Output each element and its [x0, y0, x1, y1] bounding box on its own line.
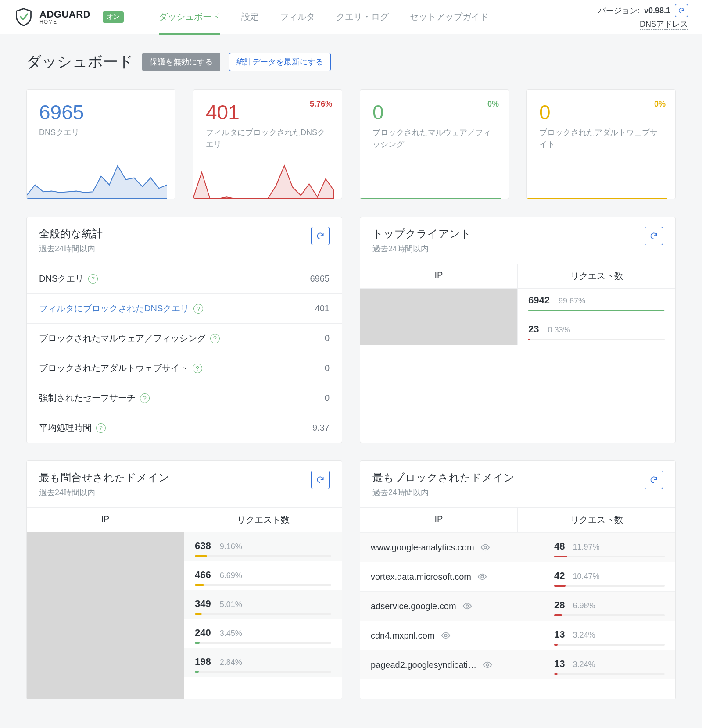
- stats-cards: 6965 DNSクエリ 5.76% 401 フィルタにブロックされたDNSクエリ…: [26, 89, 676, 199]
- page-title: ダッシュボード: [26, 52, 133, 72]
- dns-addresses-link[interactable]: DNSアドレス: [640, 19, 688, 30]
- eye-icon[interactable]: [441, 631, 451, 640]
- blocked-row: pagead2.googlesyndicati…133.24%: [360, 650, 675, 679]
- svg-point-2: [484, 546, 487, 549]
- stat-row-name: DNSクエリ?: [39, 273, 98, 285]
- blocked-count: 48: [554, 541, 565, 552]
- page: ダッシュボード 保護を無効にする 統計データを最新にする 6965 DNSクエリ…: [0, 34, 702, 728]
- page-header: ダッシュボード 保護を無効にする 統計データを最新にする: [26, 52, 676, 72]
- version-label: バージョン:: [598, 5, 640, 16]
- refresh-icon: [649, 475, 658, 484]
- queried-count: 240: [195, 627, 211, 639]
- help-icon[interactable]: ?: [210, 334, 220, 343]
- help-icon[interactable]: ?: [140, 393, 150, 403]
- panel-refresh-button[interactable]: [645, 227, 663, 245]
- queried-row: 4666.69%: [184, 561, 342, 590]
- main-nav: ダッシュボード 設定 フィルタ クエリ・ログ セットアップガイド: [159, 0, 489, 34]
- help-icon[interactable]: ?: [193, 364, 202, 373]
- panel-title: 全般的な統計: [39, 227, 103, 241]
- queried-count: 198: [195, 656, 211, 667]
- stat-label: ブロックされたアダルトウェブサイト: [539, 127, 663, 150]
- version-value: v0.98.1: [644, 6, 670, 15]
- sparkline-green: [360, 164, 501, 199]
- panel-refresh-button[interactable]: [311, 227, 330, 245]
- queried-row: 2403.45%: [184, 619, 342, 648]
- svg-point-4: [466, 605, 469, 607]
- queried-count: 466: [195, 569, 211, 581]
- stat-label: フィルタにブロックされたDNSクエリ: [206, 127, 330, 150]
- queried-pct: 3.45%: [220, 629, 242, 638]
- client-pct: 99.67%: [559, 296, 585, 306]
- blocked-domain: cdn4.mxpnl.com: [360, 621, 544, 650]
- stat-pct: 0%: [487, 100, 499, 109]
- refresh-stats-button[interactable]: 統計データを最新にする: [229, 53, 331, 71]
- client-count: 6942: [528, 295, 550, 306]
- stat-label: DNSクエリ: [39, 127, 163, 139]
- top-client-row: 230.33%: [518, 318, 675, 346]
- progress-bar: [195, 555, 331, 557]
- progress-bar: [554, 585, 665, 587]
- refresh-icon: [678, 7, 685, 14]
- shield-logo-icon: [14, 7, 33, 27]
- nav-dashboard[interactable]: ダッシュボード: [159, 0, 220, 34]
- stat-label: ブロックされたマルウェア／フィッシング: [372, 127, 496, 150]
- blocked-count: 13: [554, 658, 565, 670]
- col-ip: IP: [27, 508, 184, 532]
- stat-number: 0: [539, 100, 663, 124]
- brand-text: ADGUARD: [39, 10, 90, 19]
- panel-top-clients: トップクライアント 過去24時間以内 IP リクエスト数 694299.67%2…: [360, 217, 676, 443]
- blocked-pct: 6.98%: [573, 601, 595, 610]
- stat-card-blocked-malware: 0% 0 ブロックされたマルウェア／フィッシング: [360, 89, 509, 199]
- stat-row-name: ブロックされたアダルトウェブサイト?: [39, 362, 202, 374]
- eye-icon[interactable]: [462, 601, 472, 611]
- svg-point-6: [487, 664, 489, 666]
- stat-row-name: ブロックされたマルウェア／フィッシング?: [39, 332, 220, 344]
- disable-protection-button[interactable]: 保護を無効にする: [142, 53, 220, 71]
- nav-settings[interactable]: 設定: [241, 0, 259, 34]
- version-refresh-button[interactable]: [675, 4, 688, 17]
- panel-refresh-button[interactable]: [311, 471, 330, 489]
- nav-setup-guide[interactable]: セットアップガイド: [410, 0, 489, 34]
- eye-icon[interactable]: [483, 660, 492, 670]
- stat-row-value: 0: [325, 363, 330, 373]
- panel-title: 最もブロックされたドメイン: [372, 471, 515, 485]
- top-bar: ADGUARD HOME オン ダッシュボード 設定 フィルタ クエリ・ログ セ…: [0, 0, 702, 34]
- sparkline-red: [193, 164, 334, 199]
- eye-icon[interactable]: [480, 542, 490, 552]
- svg-point-3: [481, 575, 484, 578]
- brand-subtext: HOME: [39, 19, 90, 25]
- col-requests: リクエスト数: [518, 264, 675, 288]
- stat-row: フィルタにブロックされたDNSクエリ?401: [27, 293, 342, 323]
- stat-row-value: 0: [325, 393, 330, 403]
- help-icon[interactable]: ?: [193, 304, 203, 314]
- blocked-row: cdn4.mxpnl.com133.24%: [360, 621, 675, 650]
- stat-row-value: 0: [325, 333, 330, 343]
- queried-pct: 9.16%: [220, 542, 242, 551]
- logo[interactable]: ADGUARD HOME オン: [14, 7, 124, 27]
- stat-row-name[interactable]: フィルタにブロックされたDNSクエリ?: [39, 303, 203, 314]
- stat-pct: 5.76%: [310, 100, 332, 109]
- queried-row: 6389.16%: [184, 532, 342, 561]
- queried-pct: 2.84%: [220, 658, 242, 667]
- panel-title: 最も問合せされたドメイン: [39, 471, 169, 485]
- progress-bar: [528, 310, 665, 311]
- progress-bar: [195, 584, 331, 586]
- top-queried-redacted: [27, 532, 184, 699]
- stat-number: 6965: [39, 100, 163, 124]
- stat-row: 平均処理時間?9.37: [27, 413, 342, 443]
- eye-icon[interactable]: [477, 572, 487, 582]
- panel-refresh-button[interactable]: [645, 471, 663, 489]
- blocked-pct: 3.24%: [573, 631, 595, 640]
- blocked-domain: vortex.data.microsoft.com: [360, 562, 544, 591]
- blocked-domain: www.google-analytics.com: [360, 533, 544, 562]
- panel-general-stats: 全般的な統計 過去24時間以内 DNSクエリ?6965フィルタにブロックされたD…: [26, 217, 342, 443]
- blocked-row: www.google-analytics.com4811.97%: [360, 532, 675, 562]
- nav-filters[interactable]: フィルタ: [280, 0, 315, 34]
- help-icon[interactable]: ?: [88, 274, 98, 284]
- panel-subtitle: 過去24時間以内: [372, 487, 515, 498]
- refresh-icon: [316, 475, 325, 484]
- nav-querylog[interactable]: クエリ・ログ: [336, 0, 389, 34]
- blocked-row: adservice.google.com286.98%: [360, 591, 675, 621]
- help-icon[interactable]: ?: [96, 423, 106, 433]
- blocked-pct: 3.24%: [573, 660, 595, 669]
